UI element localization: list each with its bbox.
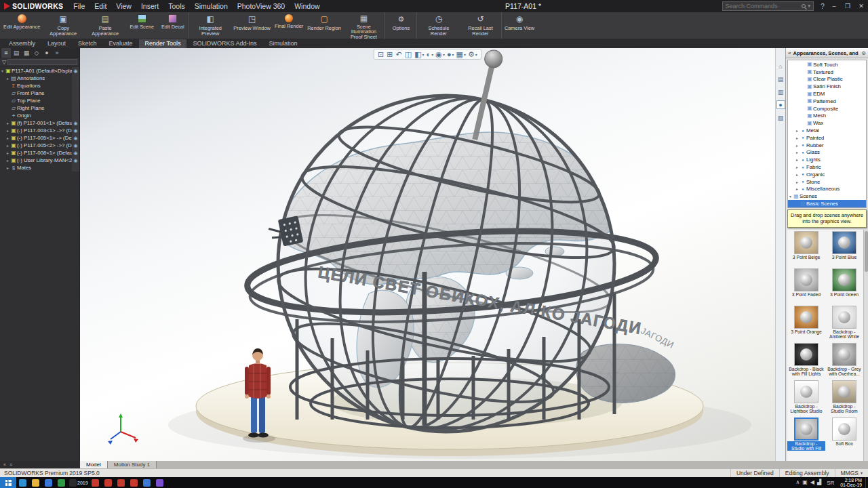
ribbon-button[interactable]: Edit Appearance xyxy=(1,12,42,39)
taskbar-app-icon[interactable] xyxy=(42,477,55,488)
expand-arrow-icon[interactable]: ▸ xyxy=(5,121,10,125)
expand-arrow-icon[interactable]: ▸ xyxy=(795,150,800,155)
appearance-tree-item[interactable]: ▸ Miscellaneous xyxy=(788,186,866,193)
scene-thumbnail[interactable]: 3 Point Orange xyxy=(787,304,825,342)
expand-arrow-icon[interactable]: ▸ xyxy=(795,128,800,133)
appearance-tree-item[interactable]: Basic Scenes xyxy=(788,200,866,207)
display-pane-icon[interactable]: ◉ xyxy=(72,149,79,157)
display-pane-icon[interactable]: ◉ xyxy=(72,119,79,127)
taskbar-app-icon[interactable] xyxy=(154,477,167,488)
scene-thumbnail[interactable]: 3 Point Beige xyxy=(787,230,825,267)
feature-tree-item[interactable]: ▸ (f) P117-001<1> (Default<As Mac... ◉ xyxy=(0,119,79,127)
feature-tree-item[interactable]: ▸ Annotations xyxy=(0,75,79,82)
command-tab[interactable]: SOLIDWORKS Add-Ins xyxy=(186,39,262,48)
appearance-tree-item[interactable]: Textured xyxy=(788,68,866,76)
feature-tree-item[interactable]: ▸ (-) P117-008<1> (Default<<Defa... ◉ xyxy=(0,149,79,157)
search-input[interactable] xyxy=(726,3,799,9)
appearance-tree-item[interactable]: ▸ Stone xyxy=(788,178,866,186)
tab-list-icon[interactable]: ≡ xyxy=(9,462,12,467)
appearance-tree-item[interactable]: EDM xyxy=(788,90,866,98)
zoom-area-icon[interactable]: ⊞ xyxy=(387,50,393,58)
scene-thumbnail[interactable]: Backdrop - Studio with Fill Lights xyxy=(787,416,825,453)
tab-scroll-icon[interactable]: « xyxy=(3,462,6,467)
units-selector[interactable]: MMGS ▾ xyxy=(835,469,868,478)
previous-view-icon[interactable]: ↶ xyxy=(396,50,403,58)
display-style-icon[interactable]: ◐ ▾ xyxy=(427,50,434,58)
section-view-icon[interactable]: ◫ xyxy=(405,50,412,58)
appearance-tree-item[interactable]: Mesh xyxy=(788,113,866,120)
tree-filter[interactable]: ▽ xyxy=(0,58,79,66)
command-search[interactable]: ▾ xyxy=(722,1,814,11)
scene-thumbnail[interactable]: 3 Point Green xyxy=(825,267,863,304)
taskbar-app-icon[interactable] xyxy=(90,477,102,488)
display-pane-icon[interactable]: ◉ xyxy=(72,142,79,149)
feature-tree-item[interactable]: ▸ (-) P117-005<2> ->? (Default<<D... ◉ xyxy=(0,142,79,149)
ribbon-button[interactable]: Schedule Render xyxy=(418,12,460,39)
expand-arrow-icon[interactable]: ▸ xyxy=(5,128,10,133)
menu-item[interactable]: Window xyxy=(290,0,324,12)
menu-item[interactable]: Simulation xyxy=(190,0,233,12)
scene-thumbnail[interactable]: 3 Point Blue xyxy=(825,230,863,267)
feature-tree-item[interactable]: ▾ P117-A01 (Default<Display State-1> ◉ xyxy=(0,67,79,75)
appearance-tree-item[interactable]: ▸ Lights xyxy=(788,156,866,163)
file-explorer-tab-icon[interactable]: ▥ xyxy=(776,87,785,96)
command-tab[interactable]: Assembly xyxy=(3,39,41,48)
taskbar-app-icon[interactable] xyxy=(29,477,42,488)
menu-item[interactable]: View xyxy=(111,0,136,12)
display-pane-icon[interactable]: ◉ xyxy=(72,127,79,134)
design-library-tab-icon[interactable]: ▤ xyxy=(776,75,785,83)
menu-item[interactable]: Edit xyxy=(90,0,111,12)
language-indicator[interactable]: SR xyxy=(824,480,837,486)
pushpin-icon[interactable]: ⊙ xyxy=(861,50,866,56)
scene-thumbnail[interactable]: Backdrop - Black with Fill Lights xyxy=(787,342,825,379)
command-tab[interactable]: Layout xyxy=(41,39,72,48)
feature-tree-item[interactable]: ▸ (-) P117-005<1> -> (Default<<D... ◉ xyxy=(0,134,79,142)
ribbon-button[interactable]: Preview Window xyxy=(231,12,273,39)
taskbar-app-icon[interactable] xyxy=(141,477,154,488)
expand-arrow-icon[interactable]: ▸ xyxy=(795,143,800,148)
model-tab[interactable]: Model xyxy=(80,461,108,468)
menu-item[interactable]: PhotoView 360 xyxy=(233,0,290,12)
minimize-button[interactable]: – xyxy=(827,0,841,12)
feature-tree-item[interactable]: Top Plane xyxy=(0,97,79,104)
ribbon-button[interactable]: Edit Decal xyxy=(157,12,189,39)
hide-show-items-icon[interactable]: ◉ ▾ xyxy=(435,50,445,58)
appearance-tree-item[interactable]: ▸ Metal xyxy=(788,127,866,134)
tray-status-icon[interactable]: ▣ xyxy=(802,477,808,488)
view-settings-icon[interactable]: ⚙ ▾ xyxy=(468,50,477,58)
display-pane-icon[interactable] xyxy=(72,82,79,89)
graphics-area[interactable]: ЦЕЛИ СВЕТ ОБИКОХ, АЛ КО ЈАГОДИ ЈАГОДИ xyxy=(80,48,775,461)
display-pane-icon[interactable]: ◉ xyxy=(72,157,79,164)
restore-button[interactable]: ❐ xyxy=(841,0,854,12)
expand-arrow-icon[interactable]: ▸ xyxy=(5,150,10,155)
taskbar-search-icon[interactable] xyxy=(16,477,29,488)
custom-properties-tab-icon[interactable]: ▧ xyxy=(776,113,785,122)
scene-thumbnail[interactable]: Backdrop - Lightbox Studio xyxy=(787,379,825,416)
expand-arrow-icon[interactable]: ▸ xyxy=(795,180,800,184)
propertymanager-tab-icon[interactable]: ▤ xyxy=(12,48,21,58)
display-pane-icon[interactable] xyxy=(72,164,79,171)
dimxpert-tab-icon[interactable]: ◇ xyxy=(32,48,41,58)
display-pane-icon[interactable] xyxy=(72,89,79,97)
display-pane-icon[interactable] xyxy=(72,97,79,104)
menu-item[interactable]: Insert xyxy=(136,0,163,12)
feature-tree-item[interactable]: ▸ (-) P117-003<1> ->? (Default<<D... ◉ xyxy=(0,127,79,134)
taskbar-app-icon[interactable] xyxy=(115,477,128,488)
ribbon-button[interactable]: Copy Appearance xyxy=(42,12,84,39)
appearance-tree-item[interactable]: Clear Plastic xyxy=(788,76,866,83)
expand-arrow-icon[interactable]: ▸ xyxy=(5,165,10,170)
display-pane-icon[interactable] xyxy=(72,112,79,119)
appearance-tree-item[interactable]: Patterned xyxy=(788,98,866,105)
appearance-tree-item[interactable]: ▸ Fabric xyxy=(788,163,866,171)
expand-arrow-icon[interactable]: ▸ xyxy=(795,186,800,191)
expand-arrow-icon[interactable]: ▸ xyxy=(5,158,10,163)
expand-arrow-icon[interactable]: ▸ xyxy=(795,157,800,162)
view-orientation-icon[interactable]: ◧ ▾ xyxy=(414,50,424,58)
scrollbar-thumb[interactable] xyxy=(865,231,868,272)
appearance-tree-item[interactable]: Satin Finish xyxy=(788,83,866,90)
scene-thumbnail[interactable]: Backdrop - Ambient White xyxy=(825,304,863,342)
command-tab[interactable]: Sketch xyxy=(72,39,103,48)
network-icon[interactable]: ▟ xyxy=(817,477,821,488)
featuremanager-tab-icon[interactable]: ≡ xyxy=(1,48,11,58)
ribbon-button[interactable]: Render Region xyxy=(305,12,343,39)
